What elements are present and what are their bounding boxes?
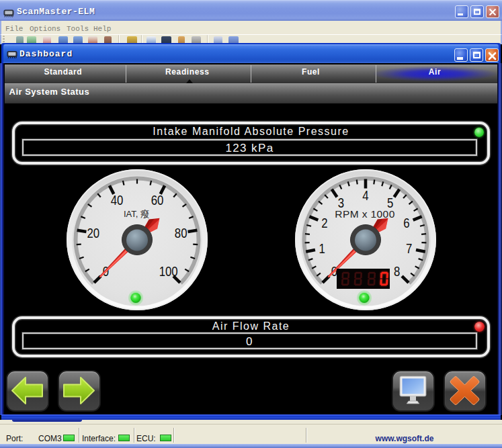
- svg-text:7: 7: [406, 240, 412, 256]
- svg-text:8: 8: [394, 263, 400, 279]
- svg-text:40: 40: [111, 193, 124, 208]
- svg-text:RPM x 1000: RPM x 1000: [335, 208, 394, 220]
- svg-text:80: 80: [175, 225, 187, 240]
- svg-text:4: 4: [362, 187, 369, 203]
- svg-text:IAT, 癈: IAT, 癈: [124, 209, 149, 219]
- svg-text:1: 1: [319, 240, 325, 256]
- svg-text:2: 2: [321, 215, 327, 230]
- svg-text:6: 6: [403, 215, 409, 230]
- svg-text:20: 20: [87, 225, 99, 240]
- svg-text:60: 60: [151, 193, 164, 208]
- svg-text:100: 100: [159, 263, 178, 279]
